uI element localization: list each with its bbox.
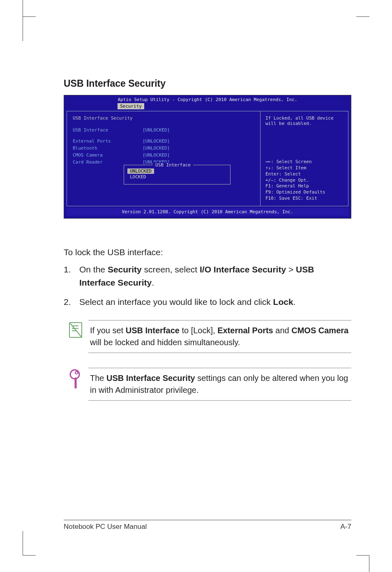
footer-page-number: A-7 [341,523,351,531]
magnifier-icon [68,369,84,389]
note-info: If you set USB Interface to [Lock], Exte… [64,320,351,353]
bios-row-label: Card Reader [73,159,143,165]
bios-row-label: External Ports [73,138,143,144]
bios-key-help: →←: Select Screen ↑↓: Select Item Enter:… [265,159,343,202]
step-2: 2. Select an interface you would like to… [64,295,351,309]
svg-point-5 [75,371,78,374]
bios-row-label: Bluetooth [73,145,143,151]
note-important: The USB Interface Security settings can … [64,368,351,401]
step-number: 1. [64,263,79,289]
bios-row-value: [UNLOCKED] [143,138,170,144]
bios-row-value: [UNLOCKED] [143,152,170,158]
note-icon [68,321,84,339]
bios-help-text: If Locked, all USB device will be disabl… [265,115,343,126]
intro-text: To lock the USB interface: [64,247,351,257]
note-text: The USB Interface Security settings can … [88,368,351,401]
tab-security[interactable]: Security [118,103,144,109]
bios-popup-option-locked[interactable]: LOCKED [127,174,227,180]
bios-popup-option-unlocked[interactable]: UNLOCKED [127,168,154,174]
bios-row-external-ports[interactable]: External Ports [UNLOCKED] [73,138,254,144]
bios-row-value: [UNLOCKED] [143,145,170,151]
svg-point-4 [70,370,79,379]
bios-row-usb-interface[interactable]: USB Interface [UNLOCKED] [73,127,254,133]
crop-mark [369,556,369,572]
bios-tabs: Security [64,103,351,111]
step-1: 1. On the Security screen, select I/O In… [64,263,351,289]
bios-popup-title: USB Interface [153,162,193,168]
bios-section-title: USB Interface Security [73,115,254,121]
bios-row-label: CMOS Camera [73,152,143,158]
crop-mark [356,16,369,41]
bios-row-bluetooth[interactable]: Bluetooth [UNLOCKED] [73,145,254,151]
page-heading: USB Interface Security [64,78,351,89]
bios-row-label: USB Interface [73,127,143,133]
crop-mark [23,16,36,41]
footer-manual-title: Notebook PC User Manual [64,523,147,531]
note-text: If you set USB Interface to [Lock], Exte… [88,320,351,353]
crop-mark [23,531,36,556]
bios-footer: Version 2.01.1208. Copyright (C) 2010 Am… [67,208,348,216]
bios-screenshot: Aptio Setup Utility - Copyright (C) 2010… [64,95,351,219]
bios-title-bar: Aptio Setup Utility - Copyright (C) 2010… [64,95,351,103]
bios-row-cmos-camera[interactable]: CMOS Camera [UNLOCKED] [73,152,254,158]
bios-popup-usb-interface: USB Interface UNLOCKED LOCKED [124,165,231,185]
bios-row-value: [UNLOCKED] [143,127,170,133]
step-number: 2. [64,295,79,309]
crop-mark [23,0,23,16]
crop-mark [356,531,369,556]
